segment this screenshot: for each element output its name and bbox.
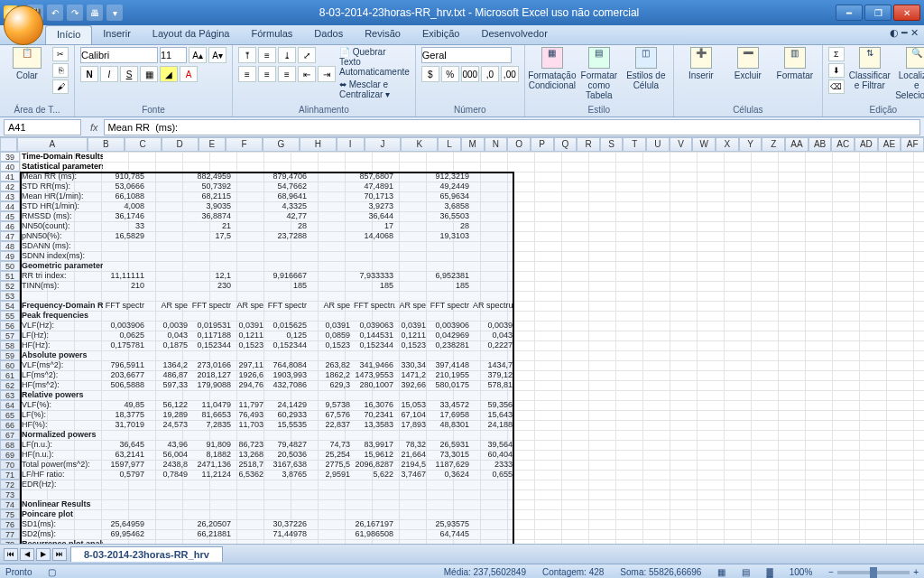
row-header[interactable]: 49 [0, 251, 20, 261]
cell[interactable]: 30,37226 [265, 519, 309, 529]
cell[interactable] [265, 489, 309, 499]
cell[interactable]: 0,1523 [309, 340, 352, 350]
cell[interactable]: 76,493 [233, 410, 265, 420]
maximize-button[interactable]: ❐ [864, 5, 892, 21]
cell[interactable] [103, 390, 146, 400]
col-header[interactable]: T [623, 137, 646, 152]
cell[interactable]: 1903,993 [265, 370, 309, 380]
cell[interactable]: 63,2141 [103, 450, 146, 460]
cell[interactable]: 69,95462 [103, 529, 146, 539]
cell[interactable] [395, 152, 428, 162]
cell[interactable] [309, 509, 352, 519]
cell[interactable]: 70,1713 [352, 191, 395, 201]
cell[interactable] [428, 509, 471, 519]
cell[interactable]: 879,4706 [265, 172, 309, 182]
cell[interactable] [146, 191, 189, 201]
cell[interactable] [395, 480, 428, 489]
undo-icon[interactable]: ↶ [47, 5, 63, 21]
cell[interactable]: 2471,136 [189, 460, 233, 470]
cell[interactable]: 0,003906 [428, 321, 471, 331]
cell[interactable]: Nonlinear Results [20, 499, 103, 509]
dec-decimal-icon[interactable]: ,00 [501, 66, 519, 82]
cell[interactable] [428, 480, 471, 489]
cell[interactable]: 36,5503 [428, 211, 471, 221]
cell[interactable] [189, 291, 233, 301]
cell[interactable] [233, 480, 265, 489]
row-header[interactable]: 47 [0, 231, 20, 241]
grow-font-icon[interactable]: A▴ [189, 47, 207, 63]
format-painter-icon[interactable]: 🖌 [52, 79, 69, 94]
row-header[interactable]: 41 [0, 172, 20, 182]
cell[interactable] [103, 241, 146, 251]
cell[interactable] [146, 519, 189, 529]
cell[interactable]: 19,289 [146, 410, 189, 420]
cell[interactable] [395, 529, 428, 539]
cell[interactable]: 4,3325 [265, 201, 309, 211]
cell[interactable]: 0,043 [146, 331, 189, 340]
cell[interactable]: 1473,9553 [352, 370, 395, 380]
print-icon[interactable]: 🖶 [87, 5, 103, 21]
cell[interactable]: Mean RR (ms): [20, 172, 103, 182]
cell[interactable]: VLF(ms^2): [20, 360, 103, 370]
cell[interactable] [428, 291, 471, 301]
cell[interactable] [395, 231, 428, 241]
first-sheet-icon[interactable]: ⏮ [4, 548, 18, 561]
cell[interactable]: 185 [428, 281, 471, 291]
cell[interactable] [471, 191, 514, 201]
row-header[interactable]: 53 [0, 291, 20, 301]
cell[interactable] [146, 152, 189, 162]
next-sheet-icon[interactable]: ▶ [36, 548, 51, 561]
cell[interactable] [428, 241, 471, 251]
cell[interactable] [395, 221, 428, 231]
cell[interactable] [146, 480, 189, 489]
cell[interactable] [428, 350, 471, 360]
cell[interactable]: 61,986508 [352, 529, 395, 539]
cell[interactable]: 0,7849 [146, 470, 189, 480]
cell[interactable] [103, 539, 146, 544]
cell[interactable]: 33,4572 [428, 400, 471, 410]
cell[interactable]: 397,4148 [428, 360, 471, 370]
fill-icon[interactable]: ⬇ [828, 63, 845, 78]
cell[interactable]: 18,3775 [103, 410, 146, 420]
cell[interactable]: 16,5829 [103, 231, 146, 241]
cell[interactable]: Peak frequencies [20, 311, 103, 321]
cell[interactable] [233, 291, 265, 301]
cell[interactable]: 2,9591 [309, 470, 352, 480]
cell[interactable] [189, 509, 233, 519]
cell[interactable]: 486,87 [146, 370, 189, 380]
cell[interactable] [428, 390, 471, 400]
row-header[interactable]: 71 [0, 470, 20, 480]
cell[interactable] [428, 311, 471, 321]
cell[interactable]: 24,1429 [265, 400, 309, 410]
cell[interactable]: SDANN (ms): [20, 241, 103, 251]
cell[interactable]: 0,655 [471, 470, 514, 480]
cell[interactable]: AR spectrum [471, 301, 514, 311]
cell[interactable]: 23,7288 [265, 231, 309, 241]
cell[interactable]: 0,019531 [189, 321, 233, 331]
col-header[interactable]: M [461, 137, 485, 152]
cell[interactable]: 91,809 [189, 440, 233, 450]
last-sheet-icon[interactable]: ⏭ [52, 548, 67, 561]
select-all-corner[interactable] [0, 137, 17, 152]
redo-icon[interactable]: ↷ [67, 5, 83, 21]
cell[interactable] [146, 539, 189, 544]
cell[interactable] [233, 201, 265, 211]
row-header[interactable]: 50 [0, 261, 20, 271]
cell[interactable] [352, 311, 395, 321]
cell[interactable] [233, 311, 265, 321]
cell[interactable] [233, 241, 265, 251]
cell[interactable] [471, 182, 514, 191]
cell[interactable] [146, 221, 189, 231]
cell[interactable]: 49,85 [103, 400, 146, 410]
cell[interactable]: 66,21881 [189, 529, 233, 539]
border-button[interactable]: ▦ [140, 66, 158, 82]
tab-inserir[interactable]: Inserir [92, 25, 142, 44]
cell[interactable] [309, 529, 352, 539]
cell[interactable] [103, 291, 146, 301]
cell[interactable]: 36,644 [352, 211, 395, 221]
cell[interactable] [352, 350, 395, 360]
cell[interactable]: FFT spectru [352, 301, 395, 311]
cell[interactable]: Poincare plot [20, 509, 103, 519]
cell[interactable]: FFT spectr [428, 301, 471, 311]
wrap-text-button[interactable]: 📄 Quebrar Texto Automaticamente [339, 47, 410, 77]
